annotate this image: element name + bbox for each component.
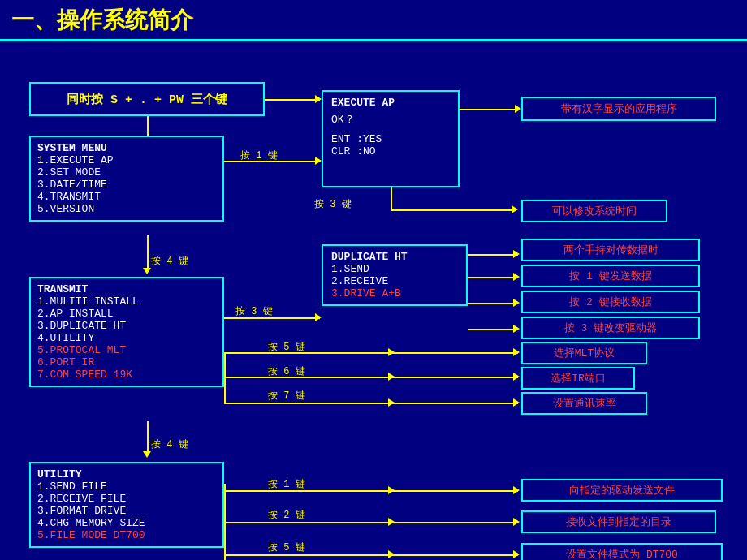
dup-item-1: 1.SEND bbox=[331, 263, 458, 275]
info-dup-title-text: 两个手持对传数据时 bbox=[563, 243, 658, 257]
info-file-mode-text: 设置文件模式为 DT700 bbox=[566, 547, 678, 560]
key-label-press5-util: 按 5 键 bbox=[268, 541, 305, 554]
sm-item-4: 4.TRANSMIT bbox=[37, 191, 216, 203]
info-dup-drive-text: 按 3 键改变驱动器 bbox=[564, 321, 657, 335]
sm-item-5: 5.VERSION bbox=[37, 203, 216, 215]
sm-item-2: 2.SET MODE bbox=[37, 166, 216, 179]
execute-clr: CLR :NO bbox=[331, 145, 450, 157]
key-label-press4-trans: 按 4 键 bbox=[151, 437, 188, 451]
tm-item-2: 2.AP INSTALL bbox=[37, 308, 216, 320]
main-content: 同时按 S + . + PW 三个键 SYSTEM MENU 1.EXECUTE… bbox=[0, 41, 747, 560]
key-label-press1-util: 按 1 键 bbox=[268, 477, 305, 491]
info-set-mode: 可以修改系统时间 bbox=[521, 200, 667, 222]
execute-title: EXECUTE AP bbox=[331, 97, 450, 109]
start-button-box: 同时按 S + . + PW 三个键 bbox=[29, 82, 265, 116]
start-label: 同时按 S + . + PW 三个键 bbox=[67, 92, 227, 107]
info-dup-recv-text: 按 2 键接收数据 bbox=[569, 295, 651, 309]
execute-ap-box: EXECUTE AP OK？ ENT :YES CLR :NO bbox=[322, 90, 460, 187]
info-com-speed: 设置通讯速率 bbox=[521, 392, 647, 415]
info-recv-file-text: 接收文件到指定的目录 bbox=[566, 515, 671, 529]
info-set-mode-text: 可以修改系统时间 bbox=[552, 204, 637, 218]
info-file-mode: 设置文件模式为 DT700 bbox=[521, 543, 723, 560]
tm-item-1: 1.MULITI INSTALL bbox=[37, 295, 216, 308]
ut-item-3: 3.FORMAT DRIVE bbox=[37, 505, 216, 517]
ut-item-2: 2.RECEIVE FILE bbox=[37, 493, 216, 505]
system-menu-box: SYSTEM MENU 1.EXECUTE AP 2.SET MODE 3.DA… bbox=[29, 136, 224, 222]
info-recv-file: 接收文件到指定的目录 bbox=[521, 510, 716, 533]
info-dup-send-text: 按 1 键发送数据 bbox=[569, 269, 651, 283]
key-label-press6: 按 6 键 bbox=[268, 364, 305, 378]
info-dup-send: 按 1 键发送数据 bbox=[521, 265, 700, 287]
info-port-text: 选择IR端口 bbox=[551, 371, 606, 386]
key-label-press2-util: 按 2 键 bbox=[268, 508, 305, 522]
system-menu-title: SYSTEM MENU bbox=[37, 142, 216, 154]
tm-item-3: 3.DUPLICATE HT bbox=[37, 320, 216, 332]
info-port: 选择IR端口 bbox=[521, 367, 635, 390]
tm-item-5: 5.PROTOCAL MLT bbox=[37, 344, 216, 356]
info-send-file-text: 向指定的驱动发送文件 bbox=[569, 483, 675, 498]
utility-menu-box: UTILITY 1.SEND FILE 2.RECEIVE FILE 3.FOR… bbox=[29, 462, 224, 548]
utility-title: UTILITY bbox=[37, 468, 216, 480]
key-label-press4-sys: 按 4 键 bbox=[151, 254, 188, 268]
tm-item-7: 7.COM SPEED 19K bbox=[37, 368, 216, 381]
transmit-title: TRANSMIT bbox=[37, 283, 216, 295]
info-dup-recv: 按 2 键接收数据 bbox=[521, 291, 700, 313]
info-protocal: 选择MLT协议 bbox=[521, 342, 647, 364]
execute-ok: OK？ bbox=[331, 112, 450, 127]
info-com-speed-text: 设置通讯速率 bbox=[553, 396, 616, 411]
info-execute-ap: 带有汉字显示的应用程序 bbox=[521, 97, 716, 121]
key-label-press7: 按 7 键 bbox=[268, 389, 305, 403]
page-title: 一、操作系统简介 bbox=[0, 0, 747, 41]
sm-item-3: 3.DATE/TIME bbox=[37, 179, 216, 191]
ut-item-5: 5.FILE MODE DT700 bbox=[37, 529, 216, 541]
info-dup-title: 两个手持对传数据时 bbox=[521, 239, 700, 261]
tm-item-6: 6.PORT IR bbox=[37, 356, 216, 368]
key-label-press5: 按 5 键 bbox=[268, 340, 305, 354]
key-label-press3-mid: 按 3 键 bbox=[235, 304, 273, 318]
sm-item-1: 1.EXECUTE AP bbox=[37, 154, 216, 166]
ut-item-1: 1.SEND FILE bbox=[37, 480, 216, 493]
info-send-file: 向指定的驱动发送文件 bbox=[521, 479, 723, 502]
tm-item-4: 4.UTILITY bbox=[37, 332, 216, 344]
duplicate-ht-box: DUPLICATE HT 1.SEND 2.RECEIVE 3.DRIVE A+… bbox=[322, 244, 468, 306]
dup-item-3: 3.DRIVE A+B bbox=[331, 287, 458, 299]
info-dup-drive: 按 3 键改变驱动器 bbox=[521, 317, 700, 339]
ut-item-4: 4.CHG MEMORY SIZE bbox=[37, 517, 216, 529]
dup-title: DUPLICATE HT bbox=[331, 251, 458, 263]
execute-ent: ENT :YES bbox=[331, 133, 450, 145]
key-label-press1-sys: 按 1 键 bbox=[240, 149, 278, 162]
info-execute-ap-text: 带有汉字显示的应用程序 bbox=[561, 101, 677, 116]
dup-item-2: 2.RECEIVE bbox=[331, 275, 458, 287]
key-label-press3-top: 按 3 键 bbox=[314, 197, 352, 211]
transmit-menu-box: TRANSMIT 1.MULITI INSTALL 2.AP INSTALL 3… bbox=[29, 277, 224, 387]
info-protocal-text: 选择MLT协议 bbox=[554, 346, 615, 360]
